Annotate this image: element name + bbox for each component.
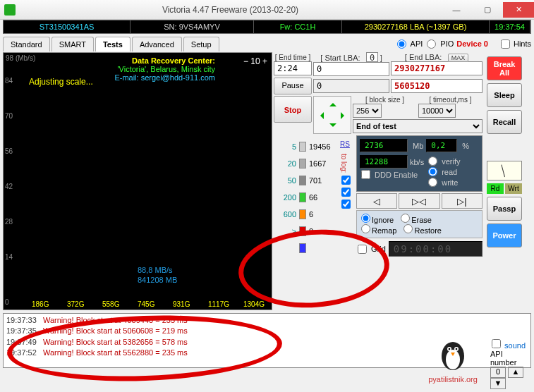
step-up[interactable]: ▲: [508, 367, 523, 378]
tab-smart[interactable]: SMART: [51, 37, 94, 51]
mb-value: 2736: [360, 139, 408, 152]
restore-radio[interactable]: Restore: [402, 224, 442, 235]
minimize-button[interactable]: —: [441, 2, 472, 18]
step-down[interactable]: ▼: [490, 378, 506, 389]
arrow-left-icon[interactable]: [317, 112, 324, 119]
tab-tests[interactable]: Tests: [95, 37, 131, 51]
max-button[interactable]: MAX: [448, 54, 469, 62]
skip-fwd-button[interactable]: ▷|: [442, 193, 483, 209]
block-legend: 519456 201667 50701 20066 6006 >0: [274, 138, 337, 257]
app-icon: [4, 4, 16, 16]
api-number-field[interactable]: 0: [490, 367, 506, 378]
window-title: Victoria 4.47 Freeware (2013-02-20): [20, 5, 441, 15]
tab-standard[interactable]: Standard: [3, 37, 50, 51]
sound-checkbox[interactable]: [492, 339, 501, 348]
speed-graph: 98 (Mb/s) Data Recovery Center: 'Victori…: [3, 52, 272, 310]
power-button[interactable]: Power: [487, 223, 522, 247]
analog-meter: [487, 161, 522, 180]
drive-model: ST31500341AS: [4, 20, 131, 33]
stats-panel: 2736Mb 0,2% 12288kb/s DDD Enable verify …: [356, 135, 483, 192]
prev-button[interactable]: ◁: [356, 193, 397, 209]
action-panel: Ignore Erase Remap Restore: [356, 210, 483, 238]
log-check-err[interactable]: [341, 188, 351, 197]
arrow-down-icon[interactable]: [329, 123, 336, 130]
write-radio[interactable]: [428, 178, 437, 187]
tab-advanced[interactable]: Advanced: [132, 37, 182, 51]
verify-radio[interactable]: [428, 157, 437, 166]
recall-button[interactable]: Recall: [487, 110, 522, 134]
start-lba-field[interactable]: 0: [313, 62, 389, 76]
wrt-indicator: Wrt: [505, 183, 522, 194]
stop-button[interactable]: Stop: [274, 96, 312, 123]
maximize-button[interactable]: ▢: [472, 2, 503, 18]
nav-arrows[interactable]: [313, 96, 351, 134]
ignore-radio[interactable]: Ignore: [360, 214, 394, 224]
pause-button[interactable]: Pause: [274, 78, 312, 94]
timeout-select[interactable]: 10000: [418, 104, 456, 118]
ddd-checkbox[interactable]: [361, 170, 370, 179]
log-check-blue[interactable]: [341, 200, 351, 209]
skip-back-button[interactable]: ▷◁: [399, 193, 439, 209]
api-radio[interactable]: [397, 39, 406, 49]
side-options: sound API number 0 ▲▼: [490, 339, 530, 389]
passp-button[interactable]: Passp: [487, 197, 522, 221]
kbs-value: 12288: [360, 155, 408, 169]
rd-indicator: Rd: [487, 183, 504, 194]
current-lba-field: 5605120: [391, 79, 483, 93]
end-of-test-select[interactable]: End of test: [353, 119, 483, 133]
device-label: Device 0: [456, 39, 488, 48]
close-button[interactable]: ✕: [503, 2, 534, 18]
adjusting-scale-label: Adjusting scale...: [29, 77, 93, 87]
drive-lba: 2930277168 LBA (~1397 GB): [342, 20, 490, 33]
drive-serial: SN: 9VS4AMYV: [131, 20, 254, 33]
end-lba-field[interactable]: 2930277167: [391, 61, 483, 75]
read-radio[interactable]: [428, 167, 437, 176]
rs-link[interactable]: RS: [340, 140, 350, 148]
grid-checkbox[interactable]: [358, 245, 367, 254]
recovery-center-banner: Data Recovery Center: 'Victoria', Belaru…: [114, 56, 215, 82]
arrow-up-icon[interactable]: [329, 99, 336, 106]
drive-info-bar: ST31500341AS SN: 9VS4AMYV Fw: CC1H 29302…: [3, 20, 531, 34]
block-size-select[interactable]: 256: [353, 104, 382, 118]
pio-radio[interactable]: [427, 39, 436, 49]
log-check-600[interactable]: [341, 176, 351, 185]
clock: 19:37:54: [490, 20, 530, 33]
position-field: 0: [313, 79, 389, 93]
remap-radio[interactable]: Remap: [360, 224, 396, 235]
svg-point-4: [449, 348, 451, 350]
break-all-button[interactable]: BreakAll: [487, 56, 522, 80]
end-time-field[interactable]: 2:24: [274, 61, 312, 75]
svg-point-5: [456, 348, 458, 350]
sleep-button[interactable]: Sleep: [487, 83, 522, 107]
zoom-control[interactable]: − 10 +: [243, 56, 267, 66]
pct-value: 0,2: [426, 139, 457, 152]
seg-display: 09:00:00: [389, 241, 483, 257]
tab-setup[interactable]: Setup: [183, 37, 219, 51]
hints-checkbox[interactable]: [501, 39, 510, 49]
arrow-right-icon[interactable]: [341, 112, 348, 119]
erase-radio[interactable]: Erase: [399, 214, 432, 224]
watermark: pyatilistnik.org: [421, 331, 485, 388]
drive-firmware: Fw: CC1H: [254, 20, 342, 33]
